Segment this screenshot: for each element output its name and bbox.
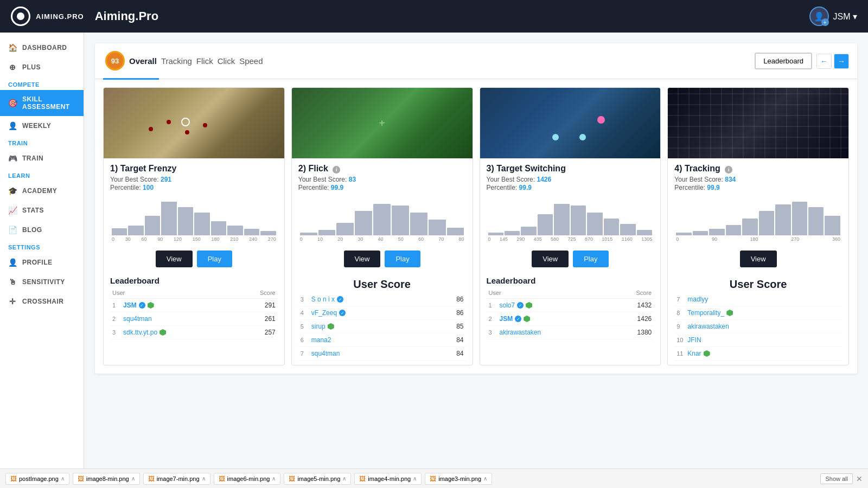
sidebar-item-blog[interactable]: 📄 BLOG: [0, 220, 84, 240]
play-button-2[interactable]: Play: [385, 251, 420, 267]
lb-user[interactable]: Knar: [687, 350, 840, 357]
lb-score: 291: [265, 301, 276, 309]
lb-user[interactable]: madlyy: [687, 296, 840, 303]
next-arrow[interactable]: →: [834, 54, 849, 69]
tab-bar: 93 Overall Tracking Flick Click Speed Le…: [95, 43, 857, 79]
lb-user[interactable]: sdk.ttv.yt.po: [123, 329, 265, 336]
sidebar-item-stats[interactable]: 📈 STATS: [0, 201, 84, 220]
lb-user[interactable]: JSM ✓: [123, 301, 265, 309]
dl-filename-4: image6-min.png: [227, 476, 270, 482]
lb-score: 86: [456, 309, 463, 317]
card-body-4: 4) Tracking i Your Best Score: 834 Perce…: [668, 158, 848, 197]
nav-title: Aiming.Pro: [95, 9, 158, 23]
view-button-3[interactable]: View: [532, 251, 569, 267]
download-item-2[interactable]: 🖼 image8-min.png ∧: [73, 473, 140, 485]
download-item-6[interactable]: 🖼 image4-min.png ∧: [354, 473, 422, 485]
leaderboard-section-2: User Score 3 S o n i x ✓ 86 4: [292, 272, 473, 365]
lb-score: 84: [456, 336, 463, 344]
lb-user[interactable]: vF_Zeeq ✓: [311, 309, 456, 317]
logo-icon: [11, 7, 30, 26]
lb-user[interactable]: sirup: [311, 323, 456, 330]
sidebar-item-train[interactable]: 🎮 TRAIN: [0, 149, 84, 168]
download-item-5[interactable]: 🖼 image5-min.png ∧: [284, 473, 351, 485]
lb-rank: 5: [301, 323, 311, 330]
lb-rank: 11: [676, 350, 687, 357]
shield-icon: [524, 316, 530, 322]
show-all-button[interactable]: Show all: [820, 473, 853, 484]
tab-flick[interactable]: Flick: [194, 49, 215, 75]
tab-click[interactable]: Click: [215, 49, 238, 75]
avatar[interactable]: 👤 +: [809, 7, 829, 26]
tab-speed[interactable]: Speed: [237, 49, 265, 75]
leaderboard-button[interactable]: Leaderboard: [755, 53, 812, 69]
sidebar-section-compete: COMPETE: [0, 77, 84, 90]
sidebar-item-dashboard[interactable]: 🏠 DASHBOARD: [0, 38, 84, 57]
table-row: 9 akirawastaken: [674, 320, 842, 333]
table-row: 2 squ4tman 261: [110, 312, 278, 326]
close-download-bar-button[interactable]: ✕: [856, 474, 863, 483]
sidebar-item-academy[interactable]: 🎓 ACADEMY: [0, 181, 84, 201]
chart-bars-2: [297, 200, 467, 235]
chevron-down-icon: ∧: [202, 476, 206, 481]
chevron-down-icon: ∧: [413, 476, 417, 481]
download-item-3[interactable]: 🖼 image7-min.png ∧: [143, 473, 210, 485]
prev-arrow[interactable]: ←: [816, 54, 832, 69]
view-button-2[interactable]: View: [344, 251, 381, 267]
download-item-4[interactable]: 🖼 image6-min.png ∧: [214, 473, 281, 485]
tab-click-label: Click: [218, 56, 235, 66]
lb-user[interactable]: JFIN: [687, 336, 840, 344]
user-score-label-4: User Score: [674, 276, 842, 293]
sidebar-label-sensitivity: SENSITIVITY: [22, 278, 65, 286]
sidebar-item-weekly[interactable]: 👤 WEEKLY: [0, 116, 84, 136]
download-item-1[interactable]: 🖼 postImage.png ∧: [5, 473, 69, 485]
lb-user[interactable]: squ4tman: [311, 350, 456, 357]
sidebar-section-settings: SETTINGS: [0, 240, 84, 253]
sidebar-item-crosshair[interactable]: ✛ CROSSHAIR: [0, 292, 84, 311]
file-icon: 🖼: [78, 475, 84, 483]
tab-tracking[interactable]: Tracking: [159, 49, 194, 75]
play-button-1[interactable]: Play: [197, 251, 232, 267]
sidebar-item-plus[interactable]: ⊕ PLUS: [0, 57, 84, 77]
verified-icon: ✓: [517, 302, 524, 309]
user-name[interactable]: JSM ▾: [833, 11, 857, 22]
lb-user[interactable]: mana2: [311, 336, 456, 344]
sidebar-item-sensitivity[interactable]: 🖱 SENSITIVITY: [0, 272, 84, 292]
sidebar-item-skill-assessment[interactable]: 🎯 SKILL ASSESSMENT: [0, 90, 84, 116]
dl-filename-6: image4-min.png: [368, 476, 411, 482]
card-percentile-2: Percentile: 99.9: [298, 184, 466, 191]
view-button-4[interactable]: View: [740, 251, 777, 267]
lb-user[interactable]: akirawastaken: [500, 329, 637, 336]
chevron-down-icon: ∧: [342, 476, 346, 481]
sidebar-label-blog: BLOG: [22, 226, 42, 234]
chart-area-4: 090180270360: [668, 197, 848, 246]
academy-icon: 🎓: [8, 187, 17, 195]
plus-icon: ⊕: [8, 63, 17, 72]
sidebar: 🏠 DASHBOARD ⊕ PLUS COMPETE 🎯 SKILL ASSES…: [0, 33, 84, 468]
top-nav: AIMING.PRO Aiming.Pro 👤 + JSM ▾: [0, 0, 868, 33]
card-buttons-2: View Play: [292, 246, 473, 272]
play-button-3[interactable]: Play: [573, 251, 608, 267]
card-tracking: 4) Tracking i Your Best Score: 834 Perce…: [667, 87, 849, 365]
lb-user[interactable]: JSM ✓: [500, 315, 637, 323]
sidebar-item-profile[interactable]: 👤 PROFILE: [0, 253, 84, 272]
lb-user[interactable]: squ4tman: [123, 315, 265, 323]
dl-filename-7: image3-min.png: [438, 476, 481, 482]
lb-rank: 1: [489, 302, 500, 309]
lb-user[interactable]: Temporality_: [687, 309, 840, 317]
tab-overall[interactable]: 93 Overall: [103, 43, 159, 80]
chevron-down-icon: ∧: [131, 476, 135, 481]
leaderboard-title-1: Leaderboard: [110, 276, 278, 285]
weekly-icon: 👤: [8, 121, 17, 130]
dl-filename-1: postImage.png: [19, 476, 59, 482]
dl-filename-3: image7-min.png: [157, 476, 200, 482]
download-item-7[interactable]: 🖼 image3-min.png ∧: [425, 473, 492, 485]
sidebar-label-skill-assessment: SKILL ASSESSMENT: [22, 95, 75, 111]
chart-labels-1: 0306090120150180210240270: [109, 235, 279, 242]
lb-score: 1432: [637, 301, 652, 309]
lb-user[interactable]: solo7 ✓: [500, 301, 637, 309]
lb-header-1: UserScore: [110, 290, 278, 299]
lb-user[interactable]: S o n i x ✓: [311, 296, 456, 303]
table-row: 3 S o n i x ✓ 86: [298, 293, 466, 306]
lb-user[interactable]: akirawastaken: [687, 323, 840, 330]
view-button-1[interactable]: View: [156, 251, 193, 267]
